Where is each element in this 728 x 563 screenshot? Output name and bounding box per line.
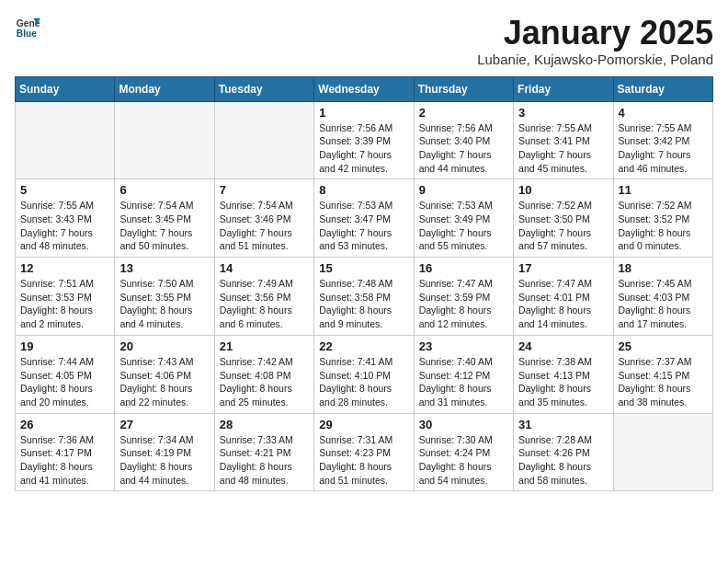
logo: General Blue (15, 15, 40, 40)
calendar-cell: 19Sunrise: 7:44 AM Sunset: 4:05 PM Dayli… (16, 335, 115, 413)
day-info: Sunrise: 7:56 AM Sunset: 3:40 PM Dayligh… (419, 121, 508, 176)
day-info: Sunrise: 7:34 AM Sunset: 4:19 PM Dayligh… (119, 433, 209, 488)
weekday-header-wednesday: Wednesday (314, 76, 414, 101)
day-number: 22 (319, 339, 408, 353)
day-number: 19 (20, 339, 109, 353)
calendar-cell: 5Sunrise: 7:55 AM Sunset: 3:43 PM Daylig… (16, 179, 115, 258)
day-number: 31 (518, 418, 608, 431)
day-number: 29 (319, 418, 408, 431)
week-row-1: 1Sunrise: 7:56 AM Sunset: 3:39 PM Daylig… (16, 101, 713, 179)
calendar-cell: 21Sunrise: 7:42 AM Sunset: 4:08 PM Dayli… (214, 335, 313, 413)
weekday-header-row: SundayMondayTuesdayWednesdayThursdayFrid… (16, 76, 713, 101)
day-number: 21 (220, 339, 309, 353)
day-info: Sunrise: 7:48 AM Sunset: 3:58 PM Dayligh… (319, 277, 408, 331)
day-info: Sunrise: 7:42 AM Sunset: 4:08 PM Dayligh… (220, 355, 309, 409)
day-number: 1 (319, 106, 408, 120)
calendar-cell: 1Sunrise: 7:56 AM Sunset: 3:39 PM Daylig… (314, 101, 414, 179)
day-number: 28 (220, 418, 309, 431)
day-info: Sunrise: 7:55 AM Sunset: 3:42 PM Dayligh… (619, 121, 708, 176)
day-number: 11 (619, 183, 708, 197)
day-info: Sunrise: 7:43 AM Sunset: 4:06 PM Dayligh… (119, 355, 209, 409)
calendar-subtitle: Lubanie, Kujawsko-Pomorskie, Poland (477, 52, 713, 67)
day-number: 16 (419, 261, 508, 275)
day-info: Sunrise: 7:30 AM Sunset: 4:24 PM Dayligh… (419, 433, 508, 488)
calendar-cell (16, 101, 115, 179)
week-row-2: 5Sunrise: 7:55 AM Sunset: 3:43 PM Daylig… (16, 179, 713, 258)
calendar-cell: 20Sunrise: 7:43 AM Sunset: 4:06 PM Dayli… (115, 335, 214, 413)
day-number: 14 (220, 261, 309, 275)
day-number: 26 (20, 418, 109, 431)
day-number: 20 (119, 339, 209, 353)
day-info: Sunrise: 7:36 AM Sunset: 4:17 PM Dayligh… (20, 433, 109, 488)
calendar-cell: 10Sunrise: 7:52 AM Sunset: 3:50 PM Dayli… (514, 179, 613, 258)
day-info: Sunrise: 7:52 AM Sunset: 3:50 PM Dayligh… (518, 199, 608, 253)
day-number: 7 (220, 183, 309, 197)
weekday-header-tuesday: Tuesday (214, 76, 313, 101)
day-info: Sunrise: 7:53 AM Sunset: 3:47 PM Dayligh… (319, 199, 408, 253)
weekday-header-sunday: Sunday (16, 76, 115, 101)
calendar-title: January 2025 (477, 15, 713, 52)
day-info: Sunrise: 7:33 AM Sunset: 4:21 PM Dayligh… (220, 433, 309, 488)
weekday-header-monday: Monday (115, 76, 214, 101)
day-info: Sunrise: 7:49 AM Sunset: 3:56 PM Dayligh… (220, 277, 309, 331)
day-number: 24 (518, 339, 608, 353)
calendar-cell: 23Sunrise: 7:40 AM Sunset: 4:12 PM Dayli… (414, 335, 513, 413)
day-info: Sunrise: 7:54 AM Sunset: 3:46 PM Dayligh… (220, 199, 309, 253)
day-number: 5 (20, 183, 109, 197)
day-number: 15 (319, 261, 408, 275)
calendar-cell: 6Sunrise: 7:54 AM Sunset: 3:45 PM Daylig… (115, 179, 214, 258)
calendar-cell: 17Sunrise: 7:47 AM Sunset: 4:01 PM Dayli… (514, 258, 613, 336)
calendar-cell: 8Sunrise: 7:53 AM Sunset: 3:47 PM Daylig… (314, 179, 414, 258)
day-info: Sunrise: 7:37 AM Sunset: 4:15 PM Dayligh… (619, 355, 708, 409)
calendar-cell: 15Sunrise: 7:48 AM Sunset: 3:58 PM Dayli… (314, 258, 414, 336)
calendar-cell: 31Sunrise: 7:28 AM Sunset: 4:26 PM Dayli… (514, 413, 613, 491)
calendar-cell: 4Sunrise: 7:55 AM Sunset: 3:42 PM Daylig… (613, 101, 712, 179)
day-number: 27 (119, 418, 209, 431)
day-info: Sunrise: 7:50 AM Sunset: 3:55 PM Dayligh… (119, 277, 209, 331)
day-info: Sunrise: 7:55 AM Sunset: 3:43 PM Dayligh… (20, 199, 109, 253)
calendar-cell: 7Sunrise: 7:54 AM Sunset: 3:46 PM Daylig… (214, 179, 313, 258)
weekday-header-friday: Friday (514, 76, 613, 101)
day-number: 2 (419, 106, 508, 120)
day-info: Sunrise: 7:38 AM Sunset: 4:13 PM Dayligh… (518, 355, 608, 409)
calendar-cell: 2Sunrise: 7:56 AM Sunset: 3:40 PM Daylig… (414, 101, 513, 179)
calendar-cell (115, 101, 214, 179)
day-info: Sunrise: 7:44 AM Sunset: 4:05 PM Dayligh… (20, 355, 109, 409)
calendar-cell: 14Sunrise: 7:49 AM Sunset: 3:56 PM Dayli… (214, 258, 313, 336)
day-info: Sunrise: 7:47 AM Sunset: 4:01 PM Dayligh… (518, 277, 608, 331)
page-header: General Blue January 2025 Lubanie, Kujaw… (15, 15, 713, 67)
day-number: 25 (619, 339, 708, 353)
day-info: Sunrise: 7:56 AM Sunset: 3:39 PM Dayligh… (319, 121, 408, 176)
day-info: Sunrise: 7:41 AM Sunset: 4:10 PM Dayligh… (319, 355, 408, 409)
week-row-3: 12Sunrise: 7:51 AM Sunset: 3:53 PM Dayli… (16, 258, 713, 336)
calendar-cell: 18Sunrise: 7:45 AM Sunset: 4:03 PM Dayli… (613, 258, 712, 336)
day-info: Sunrise: 7:55 AM Sunset: 3:41 PM Dayligh… (518, 121, 608, 176)
weekday-header-thursday: Thursday (414, 76, 513, 101)
day-info: Sunrise: 7:28 AM Sunset: 4:26 PM Dayligh… (518, 433, 608, 488)
day-info: Sunrise: 7:31 AM Sunset: 4:23 PM Dayligh… (319, 433, 408, 488)
day-info: Sunrise: 7:54 AM Sunset: 3:45 PM Dayligh… (119, 199, 209, 253)
calendar-cell: 24Sunrise: 7:38 AM Sunset: 4:13 PM Dayli… (514, 335, 613, 413)
calendar-cell: 30Sunrise: 7:30 AM Sunset: 4:24 PM Dayli… (414, 413, 513, 491)
calendar-cell: 3Sunrise: 7:55 AM Sunset: 3:41 PM Daylig… (514, 101, 613, 179)
calendar-cell (214, 101, 313, 179)
logo-icon: General Blue (15, 15, 40, 40)
calendar-cell: 27Sunrise: 7:34 AM Sunset: 4:19 PM Dayli… (115, 413, 214, 491)
calendar-cell: 22Sunrise: 7:41 AM Sunset: 4:10 PM Dayli… (314, 335, 414, 413)
day-number: 23 (419, 339, 508, 353)
day-number: 6 (119, 183, 209, 197)
calendar-cell: 13Sunrise: 7:50 AM Sunset: 3:55 PM Dayli… (115, 258, 214, 336)
calendar-cell: 9Sunrise: 7:53 AM Sunset: 3:49 PM Daylig… (414, 179, 513, 258)
calendar-cell: 12Sunrise: 7:51 AM Sunset: 3:53 PM Dayli… (16, 258, 115, 336)
title-section: January 2025 Lubanie, Kujawsko-Pomorskie… (477, 15, 713, 67)
day-info: Sunrise: 7:51 AM Sunset: 3:53 PM Dayligh… (20, 277, 109, 331)
day-number: 9 (419, 183, 508, 197)
day-number: 18 (619, 261, 708, 275)
calendar-cell: 26Sunrise: 7:36 AM Sunset: 4:17 PM Dayli… (16, 413, 115, 491)
day-info: Sunrise: 7:53 AM Sunset: 3:49 PM Dayligh… (419, 199, 508, 253)
calendar-cell: 29Sunrise: 7:31 AM Sunset: 4:23 PM Dayli… (314, 413, 414, 491)
svg-text:Blue: Blue (17, 29, 38, 39)
weekday-header-saturday: Saturday (613, 76, 712, 101)
week-row-5: 26Sunrise: 7:36 AM Sunset: 4:17 PM Dayli… (16, 413, 713, 491)
day-number: 17 (518, 261, 608, 275)
